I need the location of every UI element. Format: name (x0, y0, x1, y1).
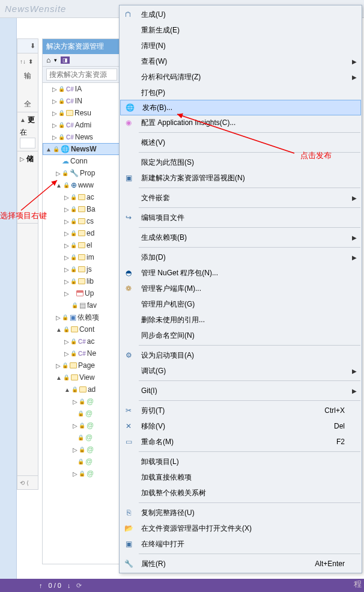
substore-label: 在 (20, 128, 27, 136)
tree-item[interactable]: Conn (70, 157, 88, 165)
tree-item[interactable]: ad (88, 385, 96, 394)
ctx-view[interactable]: 查看(W)▶ (120, 53, 362, 69)
ctx-rebuild[interactable]: 重新生成(E) (120, 22, 362, 38)
tool-dropdown-icon[interactable]: ▾ (54, 57, 57, 63)
ctx-load-direct[interactable]: 加载直接依赖项 (120, 469, 362, 485)
ctx-copy-path[interactable]: ⎘复制完整路径(U) (120, 505, 362, 520)
ctx-properties[interactable]: 🔧属性(R)Alt+Enter (120, 556, 362, 572)
tree-item[interactable]: IN (75, 97, 82, 105)
pin-icon[interactable]: ⬇ (30, 42, 35, 50)
ctx-user-secrets[interactable]: 管理用户机密(G) (120, 296, 362, 312)
ctx-remove-unused[interactable]: 删除未使用的引用... (120, 312, 362, 328)
tree-item[interactable]: Admi (75, 121, 91, 129)
tree-item[interactable]: cs (86, 217, 94, 225)
remove-icon: ✕ (120, 422, 138, 430)
bulb-icon: ◉ (120, 118, 138, 127)
watermark: 程 (354, 579, 362, 590)
tree-item[interactable]: Prop (80, 169, 95, 177)
ctx-nuget[interactable]: ◓管理 NuGet 程序包(N)... (120, 265, 362, 281)
build-icon: ⛫ (120, 10, 138, 19)
tree-item[interactable]: ac (86, 193, 94, 201)
tree-item[interactable]: Resu (74, 109, 91, 117)
ctx-sync-ns[interactable]: 同步命名空间(N) (120, 328, 362, 343)
ctx-analyze[interactable]: 分析和代码清理(Z)▶ (120, 69, 362, 85)
tree-item[interactable]: www (78, 181, 94, 189)
tree-item[interactable]: ac (87, 337, 95, 346)
copy-icon: ⎘ (120, 508, 138, 517)
ctx-publish[interactable]: 🌐发布(B)... (120, 100, 361, 115)
ctx-nesting[interactable]: 文件嵌套▶ (120, 190, 362, 206)
all-label: 全 (20, 99, 35, 109)
tree-item[interactable]: Cont (79, 325, 94, 334)
home-icon[interactable]: ⌂ (46, 56, 50, 64)
cut-icon: ✂ (120, 406, 138, 415)
ctx-debug[interactable]: 调试(G)▶ (120, 363, 362, 379)
status-bar: ↑0 / 0↓⟳ (0, 579, 364, 592)
annotation-click-publish: 点击发布 (300, 150, 332, 161)
ctx-pack[interactable]: 打包(P) (120, 85, 362, 100)
window-title: NewsWensite (5, 4, 66, 14)
ctx-remove[interactable]: ✕移除(V)Del (120, 418, 362, 434)
globe-icon: 🌐 (121, 103, 139, 112)
status-counter: 0 / 0 (49, 582, 61, 589)
folder-open-icon: 📂 (120, 524, 138, 532)
lib-icon: ❁ (120, 284, 138, 293)
ctx-overview[interactable]: 概述(V) (120, 135, 362, 150)
ctx-unload[interactable]: 卸载项目(L) (120, 454, 362, 469)
tree-item[interactable]: Ne (87, 349, 96, 358)
substore-input[interactable] (20, 138, 35, 148)
ctx-rename[interactable]: ▭重命名(M)F2 (120, 434, 362, 450)
tree-item[interactable]: View (79, 373, 95, 382)
tree-item[interactable]: Page (78, 361, 95, 370)
ctx-new-explorer[interactable]: ▣新建解决方案资源管理器视图(N) (120, 170, 362, 186)
tree-item[interactable]: js (86, 265, 92, 273)
window-icon: ▣ (120, 174, 138, 182)
tree-item-selected[interactable]: NewsW (71, 145, 97, 153)
wrench-icon: 🔧 (120, 560, 138, 568)
edit-icon: ↪ (120, 213, 138, 222)
ctx-git[interactable]: Git(I)▶ (120, 383, 362, 398)
tree-item[interactable]: Ba (86, 205, 96, 213)
terminal-icon: ▣ (120, 540, 138, 548)
ctx-build-deps[interactable]: 生成依赖项(B)▶ (120, 230, 362, 245)
tree-item[interactable]: im (86, 253, 94, 261)
tree-item[interactable]: IA (75, 85, 82, 93)
nuget-icon: ◓ (120, 269, 138, 277)
tree-item[interactable]: 依赖项 (77, 313, 99, 323)
tree-item[interactable]: el (86, 241, 92, 249)
vs-icon[interactable]: ◨ (61, 56, 70, 64)
rename-icon: ▭ (120, 438, 138, 446)
ctx-clean[interactable]: 清理(N) (120, 38, 362, 53)
ctx-startup[interactable]: ⚙设为启动项目(A) (120, 347, 362, 363)
tree-item[interactable]: Up (85, 289, 94, 298)
section-update[interactable]: 更 (28, 115, 35, 124)
ctx-add[interactable]: 添加(D)▶ (120, 249, 362, 265)
solution-search-input[interactable] (46, 69, 117, 81)
tree-item[interactable]: fav (87, 301, 97, 310)
ctx-cut[interactable]: ✂剪切(T)Ctrl+X (120, 403, 362, 418)
tree-item[interactable]: News (75, 133, 93, 141)
ctx-build[interactable]: ⛫生成(U) (120, 7, 362, 22)
left-dock-rail (0, 18, 17, 583)
ctx-client-lib[interactable]: ❁管理客户端库(M)... (120, 281, 362, 296)
ctx-open-terminal[interactable]: ▣在终端中打开 (120, 536, 362, 552)
tree-item[interactable]: lib (86, 277, 94, 285)
ctx-edit-proj[interactable]: ↪编辑项目文件 (120, 210, 362, 225)
input-label: 输 (20, 71, 35, 81)
section-storage[interactable]: 储 (26, 154, 34, 163)
tree-item[interactable]: ed (86, 229, 94, 237)
ctx-open-explorer[interactable]: 📂在文件资源管理器中打开文件夹(X) (120, 520, 362, 536)
solution-explorer-tab[interactable]: 解决方案资源管理 (43, 39, 121, 54)
gear-icon: ⚙ (120, 351, 138, 359)
context-menu: ⛫生成(U) 重新生成(E) 清理(N) 查看(W)▶ 分析和代码清理(Z)▶ … (119, 5, 362, 573)
ctx-app-insights[interactable]: ◉配置 Application Insights(C)... (120, 115, 362, 130)
ctx-load-tree[interactable]: 加载整个依赖关系树 (120, 485, 362, 501)
annotation-right-click: 选择项目右键 (0, 210, 47, 221)
